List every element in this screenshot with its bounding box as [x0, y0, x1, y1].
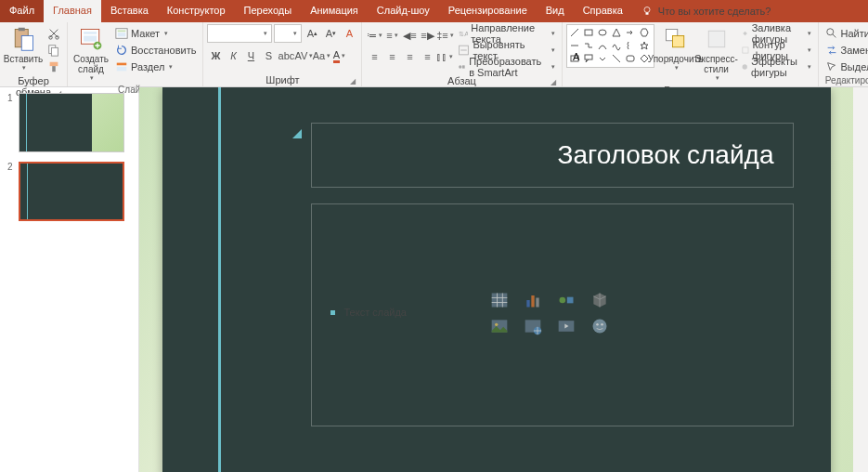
find-icon [825, 27, 838, 40]
fill-icon [741, 27, 749, 40]
svg-point-43 [495, 323, 498, 326]
tab-design[interactable]: Конструктор [158, 0, 235, 22]
quick-styles-button[interactable]: Экспресс- стили▾ [697, 24, 736, 84]
shape-arrow-icon [625, 27, 636, 38]
svg-rect-1 [645, 13, 648, 15]
svg-point-25 [599, 30, 606, 35]
svg-rect-24 [585, 30, 592, 35]
decrease-indent-button[interactable]: ◀≡ [401, 27, 418, 44]
svg-point-35 [826, 29, 833, 35]
dialog-launcher-icon[interactable]: ◢ [350, 77, 356, 85]
tab-file[interactable]: Файл [0, 0, 44, 22]
slide-thumbnail-1[interactable] [19, 93, 124, 152]
replace-button[interactable]: Заменить▾ [823, 43, 868, 58]
title-placeholder[interactable]: Заголовок слайда [311, 123, 794, 188]
slide-canvas[interactable]: Заголовок слайда Текст слайда [162, 87, 831, 472]
insert-picture-icon[interactable] [489, 317, 510, 335]
group-drawing: A Упорядочить▾ Экспресс- стили▾ Заливка … [563, 22, 819, 86]
new-slide-button[interactable]: Создать слайд▾ [71, 24, 110, 84]
tab-view[interactable]: Вид [537, 0, 574, 22]
shadow-button[interactable]: abc [278, 47, 294, 64]
tell-me-search[interactable]: Что вы хотите сделать? [641, 0, 771, 22]
bold-button[interactable]: Ж [207, 47, 224, 64]
cut-button[interactable] [45, 26, 63, 41]
svg-rect-29 [627, 56, 634, 61]
group-label-paragraph: Абзац◢ [366, 74, 557, 87]
strikethrough-button[interactable]: S [260, 47, 277, 64]
insert-online-picture-icon[interactable] [523, 317, 543, 335]
insert-icon-icon[interactable] [589, 317, 610, 335]
smartart-button[interactable]: Преобразовать в SmartArt▾ [455, 59, 557, 74]
lightbulb-icon [641, 6, 653, 17]
tab-animations[interactable]: Анимация [301, 0, 368, 22]
increase-indent-button[interactable]: ≡▶ [419, 27, 435, 44]
line-spacing-button[interactable]: ‡≡▾ [436, 27, 453, 44]
shape-roundrect-icon [625, 53, 636, 64]
group-editing: Найти Заменить▾ Выделить▾ Редактирование [819, 22, 868, 86]
shape-line-icon [569, 27, 580, 38]
svg-rect-33 [742, 47, 747, 53]
increase-font-button[interactable]: A▴ [304, 25, 320, 42]
align-right-button[interactable]: ≡ [401, 48, 418, 65]
vertical-scrollbar[interactable] [853, 87, 868, 472]
svg-rect-31 [672, 36, 683, 47]
format-painter-icon [47, 60, 60, 73]
insert-table-icon[interactable] [489, 291, 510, 309]
insert-smartart-icon[interactable] [556, 291, 577, 309]
numbering-button[interactable]: ≡▾ [383, 27, 400, 44]
align-center-button[interactable]: ≡ [383, 48, 400, 65]
section-button[interactable]: Раздел▾ [112, 59, 199, 74]
svg-rect-32 [708, 31, 725, 47]
bullets-button[interactable]: ≔▾ [366, 27, 382, 44]
layout-button[interactable]: Макет▾ [112, 26, 199, 41]
shape-star-icon [639, 40, 650, 51]
svg-point-34 [742, 64, 746, 69]
svg-rect-3 [19, 28, 25, 32]
svg-rect-9 [50, 62, 58, 66]
reset-button[interactable]: Восстановить [112, 43, 199, 58]
shapes-gallery[interactable]: A [566, 24, 654, 68]
group-font: ▾ ▾ A▴ A▾ A Ж К Ч S abc AV▾ Aa▾ A▾ Шрифт… [203, 22, 362, 86]
svg-point-49 [601, 323, 603, 326]
underline-button[interactable]: Ч [242, 47, 259, 64]
content-placeholder[interactable]: Текст слайда [311, 203, 794, 426]
char-spacing-button[interactable]: AV▾ [295, 47, 312, 64]
insert-chart-icon[interactable] [523, 291, 543, 309]
tab-slideshow[interactable]: Слайд-шоу [368, 0, 439, 22]
change-case-button[interactable]: Aa▾ [313, 47, 330, 64]
font-color-button[interactable]: A▾ [330, 47, 347, 64]
group-paragraph: ≔▾ ≡▾ ◀≡ ≡▶ ‡≡▾ ≡ ≡ ≡ ≡ ⫿⫿▾ ⇅AНаправлени… [362, 22, 562, 86]
workspace: 1 2 Заголовок слайда Текст слайда [0, 87, 868, 472]
italic-button[interactable]: К [225, 47, 241, 64]
slide-thumbnail-2[interactable] [19, 162, 124, 221]
replace-icon [825, 44, 838, 57]
font-name-combo[interactable]: ▾ [207, 24, 272, 43]
format-painter-button[interactable] [45, 59, 63, 74]
paste-button[interactable]: Вставить▾ [4, 24, 43, 73]
find-button[interactable]: Найти [823, 26, 868, 41]
insert-video-icon[interactable] [556, 317, 577, 335]
copy-button[interactable] [45, 43, 63, 58]
svg-rect-4 [21, 36, 32, 51]
paste-icon [10, 26, 36, 52]
tab-transitions[interactable]: Переходы [235, 0, 302, 22]
justify-button[interactable]: ≡ [419, 48, 435, 65]
clear-format-button[interactable]: A [341, 25, 357, 42]
decrease-font-button[interactable]: A▾ [322, 25, 339, 42]
font-size-combo[interactable]: ▾ [274, 24, 302, 43]
columns-button[interactable]: ⫿⫿▾ [436, 48, 453, 65]
tab-insert[interactable]: Вставка [101, 0, 158, 22]
align-left-button[interactable]: ≡ [366, 48, 382, 65]
slide-editor[interactable]: Заголовок слайда Текст слайда [139, 87, 853, 472]
svg-rect-23 [462, 65, 465, 68]
insert-3d-icon[interactable] [589, 291, 610, 309]
select-button[interactable]: Выделить▾ [823, 59, 868, 74]
accent-line [218, 87, 221, 472]
dialog-launcher-icon[interactable]: ◢ [551, 78, 556, 86]
shape-effects-button[interactable]: Эффекты фигуры▾ [738, 59, 814, 74]
arrange-button[interactable]: Упорядочить▾ [656, 24, 695, 73]
tab-review[interactable]: Рецензирование [439, 0, 537, 22]
text-direction-icon: ⇅A [458, 27, 468, 40]
tab-home[interactable]: Главная [44, 0, 101, 22]
tab-help[interactable]: Справка [574, 0, 632, 22]
